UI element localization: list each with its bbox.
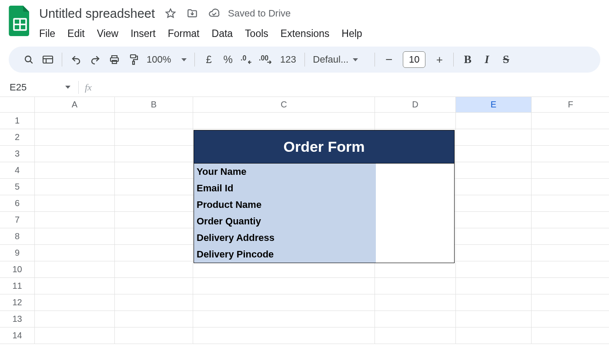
increase-decimal-button[interactable]: .00 (257, 50, 276, 69)
cell[interactable] (375, 327, 456, 344)
row-header[interactable]: 11 (0, 278, 35, 294)
cell[interactable] (375, 311, 456, 327)
font-size-input[interactable]: 10 (403, 51, 425, 68)
name-box[interactable]: E25 (0, 82, 78, 93)
cell[interactable] (193, 327, 375, 344)
row-header[interactable]: 13 (0, 311, 35, 327)
cell[interactable] (375, 261, 456, 278)
cell[interactable] (35, 146, 115, 162)
row-header[interactable]: 4 (0, 162, 35, 179)
cell[interactable] (456, 146, 532, 162)
value-delivery-address[interactable] (376, 230, 454, 246)
row-header[interactable]: 14 (0, 327, 35, 344)
cell[interactable] (115, 245, 193, 261)
cell[interactable] (456, 162, 532, 179)
cell[interactable] (532, 146, 609, 162)
cell[interactable] (115, 179, 193, 195)
zoom-select[interactable]: 100% (143, 54, 190, 65)
cell[interactable] (115, 311, 193, 327)
cell[interactable] (532, 245, 609, 261)
cell[interactable] (532, 311, 609, 327)
sheet-area[interactable]: A B C D E F 1234567891011121314 Order Fo… (0, 97, 609, 344)
menu-data[interactable]: Data (206, 25, 239, 42)
cell[interactable] (115, 113, 193, 129)
menu-insert[interactable]: Insert (124, 25, 162, 42)
cell[interactable] (193, 294, 375, 311)
doc-title[interactable]: Untitled spreadsheet (37, 6, 157, 22)
cell[interactable] (35, 261, 115, 278)
cloud-icon[interactable] (208, 7, 220, 20)
cell[interactable] (35, 245, 115, 261)
cell[interactable] (35, 195, 115, 212)
cell[interactable] (115, 294, 193, 311)
cell[interactable] (193, 113, 375, 129)
cell[interactable] (456, 261, 532, 278)
cell[interactable] (115, 228, 193, 245)
col-header-D[interactable]: D (375, 97, 456, 113)
cell[interactable] (532, 228, 609, 245)
undo-icon[interactable] (67, 50, 86, 69)
row-header[interactable]: 6 (0, 195, 35, 212)
cell[interactable] (532, 294, 609, 311)
menu-view[interactable]: View (91, 25, 124, 42)
decrease-font-size-button[interactable]: − (379, 50, 398, 69)
cell[interactable] (456, 129, 532, 146)
cell[interactable] (532, 212, 609, 228)
strikethrough-button[interactable]: S (496, 50, 515, 69)
row-header[interactable]: 1 (0, 113, 35, 129)
cell[interactable] (456, 311, 532, 327)
value-product-name[interactable] (376, 197, 454, 213)
menu-file[interactable]: File (37, 25, 61, 42)
menu-help[interactable]: Help (335, 25, 368, 42)
search-icon[interactable] (19, 50, 38, 69)
value-order-quantity[interactable] (376, 213, 454, 230)
menu-tools[interactable]: Tools (239, 25, 274, 42)
row-header[interactable]: 10 (0, 261, 35, 278)
bold-button[interactable]: B (458, 50, 477, 69)
cell[interactable] (35, 162, 115, 179)
font-select[interactable]: Defaul... (309, 54, 370, 65)
cell[interactable] (115, 261, 193, 278)
value-your-name[interactable] (376, 164, 454, 180)
more-formats-button[interactable]: 123 (276, 50, 300, 69)
cell[interactable] (193, 278, 375, 294)
col-header-C[interactable]: C (193, 97, 375, 113)
cell[interactable] (456, 327, 532, 344)
value-email-id[interactable] (376, 180, 454, 197)
cell[interactable] (456, 278, 532, 294)
cell[interactable] (35, 278, 115, 294)
row-header[interactable]: 2 (0, 129, 35, 146)
row-header[interactable]: 8 (0, 228, 35, 245)
cell[interactable] (35, 113, 115, 129)
cell[interactable] (35, 311, 115, 327)
cell[interactable] (532, 278, 609, 294)
cell[interactable] (532, 162, 609, 179)
cell[interactable] (456, 113, 532, 129)
row-header[interactable]: 3 (0, 146, 35, 162)
cell[interactable] (532, 113, 609, 129)
menu-edit[interactable]: Edit (61, 25, 91, 42)
cell[interactable] (115, 162, 193, 179)
cell[interactable] (115, 129, 193, 146)
cell[interactable] (115, 195, 193, 212)
currency-button[interactable]: £ (199, 50, 218, 69)
cell[interactable] (115, 327, 193, 344)
menu-extensions[interactable]: Extensions (274, 25, 336, 42)
col-header-B[interactable]: B (115, 97, 193, 113)
cell[interactable] (532, 129, 609, 146)
cell[interactable] (532, 179, 609, 195)
cell[interactable] (35, 228, 115, 245)
increase-font-size-button[interactable]: + (430, 50, 449, 69)
cell[interactable] (456, 228, 532, 245)
cell[interactable] (456, 195, 532, 212)
cell[interactable] (193, 311, 375, 327)
cell[interactable] (115, 146, 193, 162)
col-header-A[interactable]: A (35, 97, 115, 113)
cell[interactable] (456, 245, 532, 261)
print-icon[interactable] (105, 50, 124, 69)
cell[interactable] (35, 327, 115, 344)
paint-format-icon[interactable] (124, 50, 143, 69)
filter-views-icon[interactable] (38, 50, 57, 69)
cell[interactable] (532, 327, 609, 344)
cell[interactable] (456, 212, 532, 228)
